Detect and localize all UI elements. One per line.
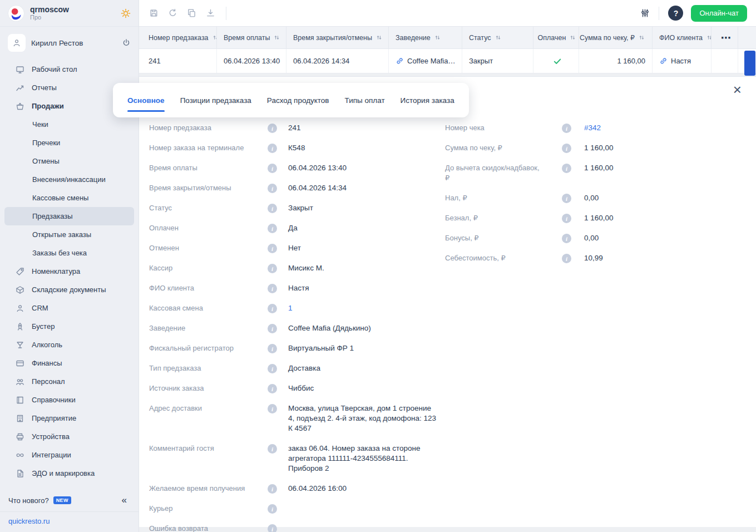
detail-tabs-bar: Основное Позиции предзаказа Расход проду… xyxy=(113,83,469,117)
sidebar-item-finance[interactable]: Финансы xyxy=(0,354,139,372)
info-icon[interactable]: i xyxy=(268,284,277,293)
info-icon[interactable]: i xyxy=(562,214,571,223)
link-icon[interactable] xyxy=(659,57,668,65)
info-icon[interactable]: i xyxy=(268,444,277,454)
alcohol-icon xyxy=(16,341,24,349)
info-icon[interactable]: i xyxy=(268,364,277,373)
info-icon[interactable]: i xyxy=(268,504,277,514)
cell-preorder-number: 241 xyxy=(139,49,217,73)
user-row: Кирилл Рестов xyxy=(8,32,131,53)
table-scrollbar-thumb[interactable] xyxy=(744,51,755,76)
info-icon[interactable]: i xyxy=(268,524,277,532)
sidebar-item-crm[interactable]: CRM xyxy=(0,299,139,317)
cell-status: Закрыт xyxy=(462,49,533,73)
info-icon[interactable]: i xyxy=(562,234,571,243)
sidebar-item-preorders[interactable]: Предзаказы xyxy=(4,207,134,225)
info-icon[interactable]: i xyxy=(562,124,571,133)
tab-order-history[interactable]: История заказа xyxy=(401,84,454,117)
copy-button[interactable] xyxy=(187,8,196,18)
preorder-table-row[interactable]: 241 06.04.2026 13:40 06.04.2026 14:34 Co… xyxy=(139,49,756,73)
sort-icon xyxy=(434,34,441,41)
save-button[interactable] xyxy=(149,8,159,18)
info-icon[interactable]: i xyxy=(268,304,277,313)
sidebar-item-orders-no-receipt[interactable]: Заказы без чека xyxy=(0,244,139,262)
info-icon[interactable]: i xyxy=(268,344,277,353)
sidebar-item-receipts[interactable]: Чеки xyxy=(0,115,139,134)
link-icon[interactable] xyxy=(396,57,404,65)
sort-icon xyxy=(273,34,280,41)
export-download-button[interactable] xyxy=(206,8,215,18)
field-paid: ОплаченiДа xyxy=(149,218,438,238)
sidebar-item-alcohol[interactable]: Алкоголь xyxy=(0,336,139,354)
refresh-button[interactable] xyxy=(168,8,177,18)
sidebar-item-booster[interactable]: Бустер xyxy=(0,317,139,336)
info-icon[interactable]: i xyxy=(268,164,277,173)
info-icon[interactable]: i xyxy=(268,204,277,213)
sidebar-item-prechecks[interactable]: Пречеки xyxy=(0,134,139,152)
theme-toggle-sun-icon[interactable] xyxy=(121,8,131,18)
whats-new-link[interactable]: Что нового? xyxy=(8,496,49,505)
column-header-client[interactable]: ФИО клиента xyxy=(653,27,711,48)
help-button[interactable]: ? xyxy=(668,6,683,21)
sidebar-item-integrations[interactable]: Интеграции xyxy=(0,446,139,464)
cell-close-time: 06.04.2026 14:34 xyxy=(286,49,389,73)
sidebar-item-open-orders[interactable]: Открытые заказы xyxy=(0,225,139,244)
tab-main[interactable]: Основное xyxy=(127,84,165,117)
detail-fields-right-column: Номер чекаi#342 Сумма по чеку, ₽i1 160,0… xyxy=(445,118,695,268)
sidebar-item-cash-shifts[interactable]: Кассовые смены xyxy=(0,189,139,207)
field-cash-amount: Нал, ₽i0,00 xyxy=(445,188,695,208)
column-header-close-time[interactable]: Время закрытия/отмены xyxy=(286,27,389,48)
quickresto-site-link[interactable]: quickresto.ru xyxy=(8,517,50,525)
column-header-total[interactable]: Сумма по чеку, ₽ xyxy=(579,27,653,48)
column-header-preorder-number[interactable]: Номер предзаказа xyxy=(139,27,217,48)
info-icon[interactable]: i xyxy=(268,184,277,193)
logout-power-icon[interactable] xyxy=(122,38,131,47)
detail-fields: Номер предзаказаi241 Номер заказа на тер… xyxy=(149,118,747,532)
cell-payment-time: 06.04.2026 13:40 xyxy=(217,49,286,73)
sort-icon xyxy=(375,34,383,41)
info-icon[interactable]: i xyxy=(268,384,277,393)
tab-preorder-positions[interactable]: Позиции предзаказа xyxy=(180,84,251,117)
column-header-paid[interactable]: Оплачен xyxy=(533,27,579,48)
sidebar-menu: Рабочий стол Отчеты Продажи Чеки Пречеки… xyxy=(0,60,139,489)
close-detail-button[interactable]: × xyxy=(733,82,742,97)
sidebar-item-nomenclature[interactable]: Номенклатура xyxy=(0,262,139,280)
field-cost-price: Себестоимость, ₽i10,99 xyxy=(445,248,695,268)
field-terminal-order-number: Номер заказа на терминалеiК548 xyxy=(149,138,438,158)
sidebar-item-devices[interactable]: Устройства xyxy=(0,427,139,446)
sidebar-item-staff[interactable]: Персонал xyxy=(0,372,139,391)
info-icon[interactable]: i xyxy=(268,264,277,273)
sidebar-item-cash-in-out[interactable]: Внесения/инкассации xyxy=(0,170,139,189)
column-header-venue[interactable]: Заведение xyxy=(389,27,462,48)
info-icon[interactable]: i xyxy=(268,224,277,233)
info-icon[interactable]: i xyxy=(268,404,277,413)
sidebar-item-warehouse-docs[interactable]: Складские документы xyxy=(0,280,139,299)
sidebar-item-directories[interactable]: Справочники xyxy=(0,391,139,409)
sidebar-item-edo[interactable]: ЭДО и маркировка xyxy=(0,464,139,482)
directories-icon xyxy=(16,396,24,405)
info-icon[interactable]: i xyxy=(562,254,571,263)
info-icon[interactable]: i xyxy=(268,484,277,494)
info-icon[interactable]: i xyxy=(268,144,277,153)
sidebar-header: qrmoscow Про xyxy=(0,0,139,27)
info-icon[interactable]: i xyxy=(268,124,277,133)
enterprise-icon xyxy=(16,414,24,423)
columns-menu-button[interactable]: ⋯ xyxy=(711,27,738,48)
sidebar-item-dashboard[interactable]: Рабочий стол xyxy=(0,60,139,78)
online-chat-button[interactable]: Онлайн-чат xyxy=(691,5,747,22)
info-icon[interactable]: i xyxy=(562,194,571,203)
info-icon[interactable]: i xyxy=(268,244,277,253)
info-icon[interactable]: i xyxy=(562,144,571,153)
column-header-payment-time[interactable]: Время оплаты xyxy=(217,27,286,48)
tab-product-consumption[interactable]: Расход продуктов xyxy=(267,84,329,117)
sidebar-item-cancellations[interactable]: Отмены xyxy=(0,152,139,170)
info-icon[interactable]: i xyxy=(562,164,571,173)
sidebar-item-enterprise[interactable]: Предприятие xyxy=(0,409,139,427)
app-window: qrmoscow Про Кирилл Рестов Рабочий стол … xyxy=(0,0,756,532)
field-client-name: ФИО клиентаiНастя xyxy=(149,278,438,298)
collapse-sidebar-button[interactable]: « xyxy=(122,495,130,506)
column-header-status[interactable]: Статус xyxy=(462,27,533,48)
info-icon[interactable]: i xyxy=(268,324,277,333)
filter-settings-button[interactable] xyxy=(640,8,650,18)
tab-payment-types[interactable]: Типы оплат xyxy=(345,84,385,117)
